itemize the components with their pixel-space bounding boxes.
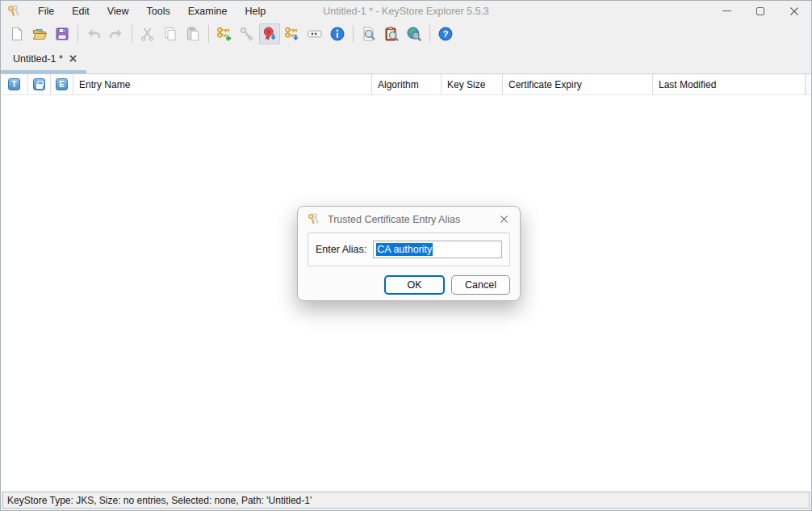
examine-clipboard-icon (383, 26, 400, 42)
title-bar: File Edit View Tools Examine Help Untitl… (1, 1, 811, 21)
generate-key-pair-button[interactable] (214, 23, 235, 44)
password-dots-icon (307, 26, 323, 42)
tab-untitled-1[interactable]: Untitled-1 * (1, 47, 86, 73)
new-document-icon (9, 26, 25, 42)
tab-bar: Untitled-1 * (1, 47, 811, 74)
column-last-modified[interactable]: Last Modified (652, 74, 805, 94)
cancel-button[interactable]: Cancel (451, 275, 510, 295)
close-icon (789, 6, 799, 16)
lock-column-icon (33, 78, 45, 90)
cut-button (137, 23, 158, 44)
column-entry-name[interactable]: Entry Name (73, 74, 371, 94)
examine-certificate-button[interactable] (358, 23, 379, 44)
toolbar-separator (208, 25, 209, 43)
dialog-buttons: OK Cancel (298, 266, 520, 295)
help-button[interactable]: ? (435, 23, 456, 44)
minimize-button[interactable] (709, 1, 743, 21)
certificate-seal-import-icon (262, 26, 278, 42)
header-corner (805, 74, 811, 94)
redo-icon (108, 26, 124, 42)
examine-clipboard-button[interactable] (381, 23, 402, 44)
dialog-close-button[interactable] (497, 212, 511, 226)
save-keystore-button[interactable] (52, 23, 73, 44)
set-password-button[interactable] (304, 23, 325, 44)
gold-key-pair-plus-icon (216, 26, 232, 42)
menu-tools[interactable]: Tools (138, 3, 179, 19)
trusted-certificate-alias-dialog: Trusted Certificate Entry Alias Enter Al… (297, 206, 521, 301)
maximize-button[interactable] (743, 1, 777, 21)
entries-table-header: T E Entry Name Algorithm Key Size Certif… (1, 74, 811, 95)
toolbar-separator (429, 25, 430, 43)
gold-key-pair-import-icon (284, 26, 300, 42)
toolbar-separator (132, 25, 132, 43)
tab-close-icon[interactable] (69, 55, 77, 62)
help-question-icon: ? (437, 26, 454, 42)
menu-examine[interactable]: Examine (179, 3, 236, 19)
alias-input[interactable]: CA authority (373, 241, 502, 258)
close-button[interactable] (777, 1, 811, 21)
alias-input-selected-text: CA authority (376, 243, 433, 256)
menu-bar: File Edit View Tools Examine Help (29, 3, 274, 19)
cut-scissors-icon (140, 26, 156, 42)
app-keys-icon (307, 212, 320, 226)
new-keystore-button[interactable] (6, 23, 27, 44)
menu-file[interactable]: File (29, 3, 63, 19)
save-floppy-icon (54, 26, 70, 42)
alias-panel: Enter Alias: CA authority (308, 232, 510, 266)
close-icon (500, 215, 509, 224)
gray-key-plus-icon (239, 26, 255, 42)
column-key-size[interactable]: Key Size (441, 74, 502, 94)
open-keystore-button[interactable] (29, 23, 50, 44)
examine-file-icon (361, 26, 377, 42)
open-folder-icon (31, 26, 48, 42)
status-bar: KeyStore Type: JKS, Size: no entries, Se… (2, 492, 810, 509)
generate-secret-key-button (236, 23, 257, 44)
examine-ssl-button[interactable] (404, 23, 425, 44)
copy-button (160, 23, 181, 44)
undo-button (83, 23, 104, 44)
toolbar: ? (1, 21, 811, 47)
import-key-pair-button[interactable] (282, 23, 303, 44)
import-trusted-certificate-button[interactable] (259, 23, 280, 44)
svg-text:?: ? (442, 29, 448, 39)
column-algorithm[interactable]: Algorithm (371, 74, 441, 94)
column-type[interactable]: T (1, 74, 27, 94)
ok-button[interactable]: OK (384, 275, 445, 295)
type-column-icon: T (8, 78, 20, 90)
redo-button (106, 23, 127, 44)
examine-globe-icon (406, 26, 422, 42)
column-lock-status[interactable] (27, 74, 50, 94)
toolbar-separator (353, 25, 354, 43)
menu-help[interactable]: Help (236, 3, 274, 19)
tab-label: Untitled-1 * (13, 53, 63, 65)
menu-view[interactable]: View (98, 3, 138, 19)
expiry-column-icon: E (56, 78, 68, 90)
dialog-title: Trusted Certificate Entry Alias (328, 214, 460, 225)
window-controls (709, 1, 811, 21)
minimize-icon (722, 10, 731, 11)
info-icon (329, 26, 345, 42)
column-expiry-status[interactable]: E (50, 74, 73, 94)
toolbar-separator (77, 25, 78, 43)
menu-edit[interactable]: Edit (63, 3, 98, 19)
enter-alias-label: Enter Alias: (316, 244, 366, 255)
keystore-explorer-window: File Edit View Tools Examine Help Untitl… (0, 0, 812, 511)
keystore-properties-button[interactable] (327, 23, 348, 44)
column-certificate-expiry[interactable]: Certificate Expiry (502, 74, 652, 94)
dialog-title-bar: Trusted Certificate Entry Alias (298, 207, 520, 232)
paste-clipboard-icon (185, 26, 201, 42)
paste-button (182, 23, 203, 44)
app-keys-icon (6, 4, 21, 19)
undo-icon (86, 26, 102, 42)
copy-icon (162, 26, 178, 42)
maximize-icon (756, 7, 764, 15)
status-text: KeyStore Type: JKS, Size: no entries, Se… (7, 495, 312, 506)
